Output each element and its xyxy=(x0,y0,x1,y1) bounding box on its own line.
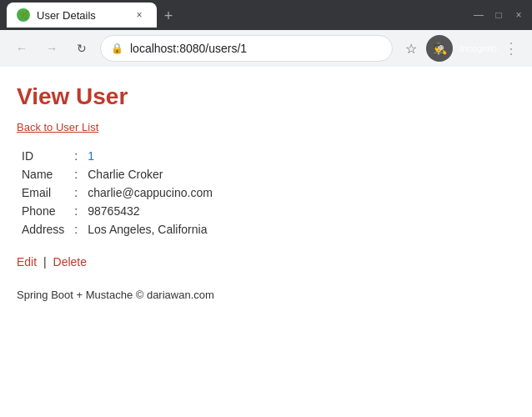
url-text: localhost:8080/users/1 xyxy=(130,42,382,55)
email-value: charlie@cappucino.com xyxy=(83,183,218,202)
id-colon: : xyxy=(69,147,83,165)
edit-link[interactable]: Edit xyxy=(17,255,37,269)
phone-colon: : xyxy=(69,202,83,220)
browser-menu-button[interactable]: ⋮ xyxy=(500,36,522,61)
window-controls: — □ × xyxy=(472,8,525,22)
address-label: Address xyxy=(17,220,69,239)
action-links: Edit | Delete xyxy=(17,255,515,269)
browser-window: 🌿 User Details × + — □ × ← → ↻ 🔒 localho… xyxy=(0,0,532,417)
email-label: Email xyxy=(17,183,69,202)
id-label: ID xyxy=(17,147,69,165)
back-to-user-list-link[interactable]: Back to User List xyxy=(17,121,98,133)
tab-favicon: 🌿 xyxy=(17,8,30,22)
lock-icon: 🔒 xyxy=(111,43,123,54)
delete-link[interactable]: Delete xyxy=(53,255,87,269)
nav-bar: ← → ↻ 🔒 localhost:8080/users/1 ☆ 🕵 Incog… xyxy=(0,30,532,67)
user-details-table: ID : 1 Name : Charlie Croker Email : cha… xyxy=(17,147,218,239)
table-row: Email : charlie@cappucino.com xyxy=(17,183,218,202)
table-row: ID : 1 xyxy=(17,147,218,165)
table-row: Phone : 98765432 xyxy=(17,202,218,220)
table-row: Address : Los Angeles, California xyxy=(17,220,218,239)
incognito-icon: 🕵 xyxy=(433,42,447,55)
page-content: View User Back to User List ID : 1 Name … xyxy=(0,67,532,417)
tab-close-button[interactable]: × xyxy=(132,8,147,23)
footer-text: Spring Boot + Mustache © dariawan.com xyxy=(17,289,515,301)
phone-value: 98765432 xyxy=(83,202,218,220)
back-button[interactable]: ← xyxy=(10,37,33,60)
name-value: Charlie Croker xyxy=(83,165,218,183)
incognito-icon-container: 🕵 xyxy=(426,35,453,62)
address-value: Los Angeles, California xyxy=(83,220,218,239)
new-tab-button[interactable]: + xyxy=(157,4,180,28)
address-bar[interactable]: 🔒 localhost:8080/users/1 xyxy=(100,35,393,62)
phone-label: Phone xyxy=(17,202,69,220)
nav-right-controls: ☆ 🕵 Incognito ⋮ xyxy=(399,35,522,62)
title-bar: 🌿 User Details × + — □ × xyxy=(0,0,532,30)
incognito-button[interactable]: 🕵 Incognito xyxy=(426,35,497,62)
name-label: Name xyxy=(17,165,69,183)
active-tab[interactable]: 🌿 User Details × xyxy=(7,3,157,28)
action-separator: | xyxy=(43,255,47,269)
tab-title: User Details xyxy=(37,9,125,22)
bookmark-button[interactable]: ☆ xyxy=(399,37,423,60)
page-title: View User xyxy=(17,83,515,110)
close-window-button[interactable]: × xyxy=(512,8,525,22)
tab-bar: 🌿 User Details × + xyxy=(7,3,472,28)
minimize-button[interactable]: — xyxy=(472,8,485,22)
name-colon: : xyxy=(69,165,83,183)
address-colon: : xyxy=(69,220,83,239)
forward-button[interactable]: → xyxy=(40,37,63,60)
email-colon: : xyxy=(69,183,83,202)
maximize-button[interactable]: □ xyxy=(492,8,505,22)
table-row: Name : Charlie Croker xyxy=(17,165,218,183)
incognito-label: Incognito xyxy=(459,43,497,53)
id-value[interactable]: 1 xyxy=(83,147,218,165)
reload-button[interactable]: ↻ xyxy=(70,37,93,60)
